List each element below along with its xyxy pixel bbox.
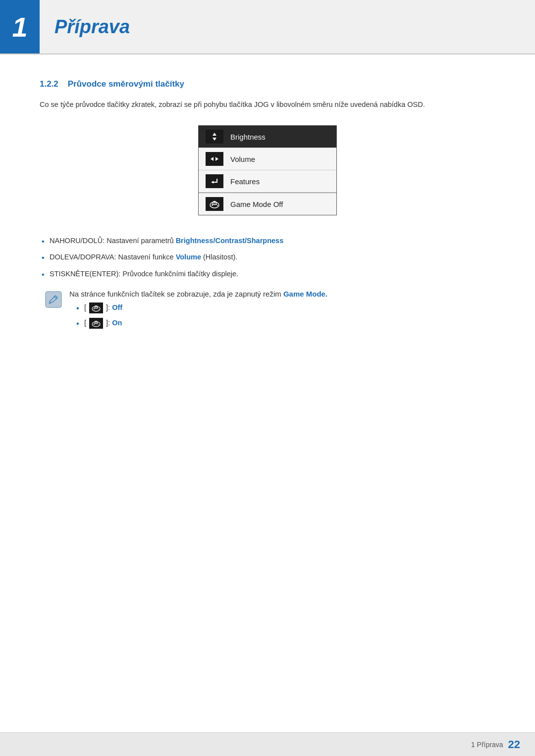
svg-rect-12 (46, 292, 61, 307)
bullet-item-3: STISKNĚTE(ENTER): Průvodce funkčními tla… (40, 268, 495, 280)
footer-page-number: 22 (508, 738, 520, 751)
volume-label: Volume (230, 155, 255, 163)
bullet-list: NAHORU/DOLŮ: Nastavení parametrů Brightn… (40, 235, 495, 280)
note-sub-item-on: [ ]: On (74, 317, 327, 329)
bullet-1-highlight: Brightness/Contrast/Sharpness (176, 237, 284, 245)
section-heading: Průvodce směrovými tlačítky (68, 79, 184, 89)
svg-marker-2 (211, 157, 214, 161)
svg-point-17 (96, 306, 96, 307)
svg-point-24 (96, 322, 96, 323)
note-text: Na stránce funkčních tlačítek se zobrazu… (69, 290, 283, 298)
footer-label: 1 Příprava (471, 741, 503, 749)
section-title: 1.2.2 Průvodce směrovými tlačítky (40, 79, 495, 89)
gamemode-icon (206, 197, 223, 211)
svg-marker-3 (215, 157, 218, 161)
features-icon (206, 174, 223, 188)
section-number: 1.2.2 (40, 79, 58, 89)
bullet-2-highlight: Volume (176, 253, 201, 261)
gamemode-on-label: On (112, 319, 122, 327)
osd-menu: Brightness Volume Features (198, 125, 337, 215)
note-icon (45, 291, 62, 308)
osd-row-gamemode: Game Mode Off (199, 193, 336, 215)
note-sub-list: [ ]: Off (74, 302, 327, 329)
note-box: Na stránce funkčních tlačítek se zobrazu… (40, 290, 495, 333)
bullet-item-2: DOLEVA/DOPRAVA: Nastavení funkce Volume … (40, 252, 495, 263)
note-sub-item-off: [ ]: Off (74, 302, 327, 313)
note-highlight: Game Mode. (283, 290, 327, 298)
chapter-number-block: 1 (0, 0, 40, 53)
osd-row-features: Features (199, 170, 336, 193)
osd-row-brightness: Brightness (199, 126, 336, 148)
svg-point-20 (98, 308, 98, 309)
svg-marker-4 (212, 181, 214, 184)
note-content: Na stránce funkčních tlačítek se zobrazu… (69, 290, 327, 333)
svg-marker-1 (213, 138, 216, 141)
gamemode-on-icon (89, 318, 103, 329)
features-label: Features (230, 177, 260, 186)
svg-point-28 (99, 325, 99, 325)
brightness-icon (206, 130, 223, 144)
gamemode-label: Game Mode Off (230, 200, 283, 208)
intro-paragraph: Co se týče průvodce tlačítky zkratek, zo… (40, 99, 495, 110)
brightness-label: Brightness (230, 133, 266, 141)
svg-marker-0 (213, 133, 216, 136)
chapter-number: 1 (12, 11, 27, 43)
svg-point-10 (216, 204, 217, 205)
page-footer: 1 Příprava 22 (0, 732, 535, 756)
chapter-title: Příprava (54, 16, 130, 38)
svg-point-27 (98, 324, 98, 324)
gamemode-off-icon (89, 302, 103, 313)
osd-row-volume: Volume (199, 148, 336, 170)
svg-point-11 (217, 205, 218, 206)
main-content: 1.2.2 Průvodce směrovými tlačítky Co se … (0, 54, 535, 380)
svg-point-7 (214, 202, 215, 203)
page-header: 1 Příprava (0, 0, 535, 54)
svg-point-21 (99, 309, 99, 309)
bullet-item-1: NAHORU/DOLŮ: Nastavení parametrů Brightn… (40, 235, 495, 247)
gamemode-off-label: Off (112, 303, 122, 311)
volume-icon (206, 152, 223, 166)
